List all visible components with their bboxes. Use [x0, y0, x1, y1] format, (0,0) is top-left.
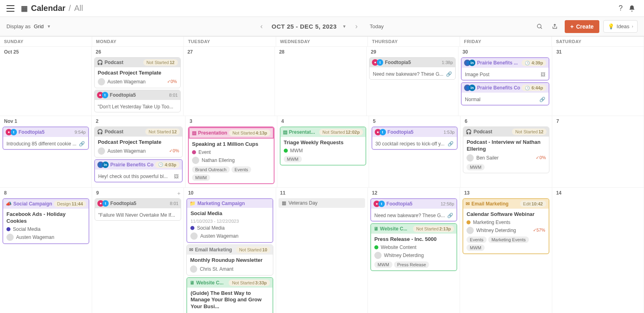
avatar	[98, 78, 105, 85]
day-cell[interactable]: 13✉Email MarketingEdit 10:42Calendar Sof…	[460, 188, 552, 313]
day-cell[interactable]: 14	[552, 188, 644, 313]
day-number: 31	[554, 48, 642, 56]
day-cell[interactable]: 6🎧PodcastNot Started 12Podcast - Intervi…	[460, 116, 552, 188]
calendar-card[interactable]: 📁Marketing CampaignSocial Media11/10/202…	[186, 198, 273, 243]
linkedin-icon: 👤in	[464, 85, 475, 91]
calendar-card[interactable]: 🎧PodcastNot Started 12Podcast Project Te…	[94, 57, 181, 88]
ideas-label: Ideas	[617, 23, 630, 29]
card-assignee: Ben Sailer✓0%	[466, 154, 546, 162]
card-body: "Failure Will Never Overtake Me If...	[95, 208, 181, 220]
tag: MWM	[466, 245, 485, 251]
tag: Events	[231, 166, 252, 173]
card-body: Press Release - Inc. 5000Website Content…	[371, 234, 456, 270]
create-button[interactable]: + Create	[565, 20, 599, 33]
tag: Press Release	[394, 261, 429, 268]
day-cell[interactable]: 26🎧PodcastNot Started 12Podcast Project …	[92, 47, 184, 116]
calendar-card[interactable]: ▤Presentat...Not Started 12:02pTriage We…	[280, 126, 366, 166]
tag: MWM	[284, 156, 302, 162]
calendar-card[interactable]: ●tFoodtopia512:58pNeed new bakeware? The…	[370, 198, 457, 222]
card-type: Podcast	[473, 129, 510, 135]
calendar-card[interactable]: ●tFoodtopia51:53p30 cocktail recipes to …	[372, 126, 458, 150]
card-body: Calendar Software WebinarMarketing Event…	[463, 209, 548, 253]
day-cell[interactable]: 30👤inPrairie Benefits ...🕒4:39pImage Pos…	[458, 47, 552, 116]
day-cell[interactable]: 4▤Presentat...Not Started 12:02pTriage W…	[277, 116, 369, 188]
social-icons: ●t	[97, 92, 108, 98]
status-pill: 🕒4:03p	[155, 162, 180, 168]
calendar-icon: ▦	[282, 200, 286, 206]
date-range[interactable]: OCT 25 - DEC 5, 2023	[272, 23, 337, 30]
card-type: Podcast	[105, 129, 144, 135]
help-icon[interactable]: ?	[615, 3, 626, 14]
progress-pct: ✓57%	[533, 228, 545, 233]
card-header: ●tFoodtopia51:38p	[369, 58, 455, 67]
day-number: 27	[185, 48, 273, 56]
day-cell[interactable]: 5●tFoodtopia51:53p30 cocktail recipes to…	[369, 116, 461, 188]
day-number: 29	[368, 48, 456, 56]
card-type: Website C...	[196, 280, 227, 286]
calendar-card[interactable]: ●tFoodtopia59:54pIntroducing 85 differen…	[2, 126, 89, 150]
day-cell[interactable]: 12●tFoodtopia512:58pNeed new bakeware? T…	[368, 188, 460, 313]
calendar-card[interactable]: 🖥Website C...Not Started 2:13pPress Rele…	[370, 223, 457, 271]
card-snippet: Introducing 85 different cookie ...🔗	[6, 141, 85, 147]
card-assignee: Austen Wageman	[6, 234, 85, 241]
calendar-card[interactable]: ●tFoodtopia58:01"Failure Will Never Over…	[95, 198, 181, 221]
day-cell[interactable]: 9+●tFoodtopia58:01"Failure Will Never Ov…	[92, 188, 184, 313]
card-title: Speaking at 1 Million Cups	[192, 141, 270, 148]
day-cell[interactable]: Oct 25	[0, 47, 92, 116]
card-title: Facebook Ads - Holiday Cookies	[6, 211, 85, 225]
chevron-down-icon[interactable]: ▼	[343, 24, 347, 29]
today-button[interactable]: Today	[366, 22, 387, 31]
prev-arrow[interactable]: ‹	[257, 21, 266, 32]
card-type: Foodtopia5	[19, 129, 73, 135]
calendar-card[interactable]: 🖥Website C...Not Started 3:33p(Guide) Th…	[186, 277, 273, 313]
day-cell[interactable]: 2🎧PodcastNot Started 12Podcast Project T…	[92, 116, 186, 188]
calendar-card[interactable]: 👤inPrairie Benefits ...🕒4:39pImage Post🖼	[461, 57, 549, 81]
calendar-card[interactable]: 👤inPrairie Benefits Co🕒4:03pHey! check o…	[94, 159, 183, 182]
day-cell[interactable]: 10📁Marketing CampaignSocial Media11/10/2…	[184, 188, 276, 313]
calendar-card[interactable]: ●tFoodtopia58:01"Don't Let Yesterday Tak…	[94, 90, 181, 112]
day-cell[interactable]: 27	[184, 47, 275, 116]
day-cell[interactable]: Nov 1●tFoodtopia59:54pIntroducing 85 dif…	[0, 116, 92, 188]
top-header: ▦ Calendar / All ?	[0, 0, 644, 17]
card-title: Podcast Project Template	[98, 139, 179, 146]
link-icon: 🔗	[539, 97, 545, 102]
notifications-icon[interactable]	[626, 3, 638, 14]
calendar-card[interactable]: 📣Social CampaignDesign 11:44Facebook Ads…	[2, 198, 89, 244]
ideas-button[interactable]: 💡 Ideas ›	[603, 20, 638, 33]
svg-line-1	[541, 27, 542, 29]
day-number: 2	[93, 118, 184, 125]
calendar-card[interactable]: 🎧PodcastNot Started 12Podcast - Intervie…	[463, 126, 549, 173]
display-as-selector[interactable]: Display as Grid ▼	[6, 23, 51, 29]
calendar-card[interactable]: ▤PresentationNot Started 4:13pSpeaking a…	[188, 126, 275, 184]
tag: Marketing Events	[488, 236, 529, 243]
card-snippet: Hey! check out this powerful bl...🖼	[98, 174, 179, 179]
share-icon[interactable]	[549, 21, 561, 32]
day-cell[interactable]: 7	[552, 116, 644, 188]
card-snippet: Need new bakeware? These G...🔗	[373, 71, 452, 77]
card-body: Podcast Project TemplateAusten Wageman✓0…	[95, 67, 180, 88]
hamburger-menu[interactable]	[6, 5, 14, 12]
day-cell[interactable]: 8📣Social CampaignDesign 11:44Facebook Ad…	[0, 188, 92, 313]
calendar-card[interactable]: 👤inPrairie Benefits Co🕒6:44pNormal🔗	[461, 82, 549, 106]
card-header: 🎧PodcastNot Started 12	[463, 127, 549, 137]
calendar-card[interactable]: ●tFoodtopia51:38pNeed new bakeware? Thes…	[369, 57, 456, 80]
calendar-card[interactable]: ✉Email MarketingEdit 10:42Calendar Softw…	[462, 198, 549, 254]
calendar-card[interactable]: ✉Email MarketingNot Started 10Monthly Ro…	[186, 245, 273, 276]
day-cell[interactable]: 11▦Veterans Day	[276, 188, 368, 313]
next-arrow[interactable]: ›	[352, 21, 361, 32]
card-body: Speaking at 1 Million CupsEventNathan El…	[189, 139, 274, 183]
day-header: SATURDAY	[552, 37, 644, 47]
day-cell[interactable]: 28	[275, 47, 367, 116]
add-item-icon[interactable]: +	[177, 190, 180, 197]
tag: MWM	[374, 261, 392, 268]
calendar-card[interactable]: 🎧PodcastNot Started 12Podcast Project Te…	[94, 126, 183, 158]
day-cell[interactable]: 29●tFoodtopia51:38pNeed new bakeware? Th…	[367, 47, 458, 116]
search-icon[interactable]	[534, 21, 545, 32]
day-cell[interactable]: 31	[552, 47, 644, 116]
day-number: Oct 25	[2, 48, 90, 56]
link-icon: 🔗	[448, 141, 454, 147]
social-icons: ●t	[372, 59, 383, 66]
card-time: 1:53p	[444, 130, 455, 135]
day-cell[interactable]: 3▤PresentationNot Started 4:13pSpeaking …	[186, 116, 277, 188]
status-pill: 🕒4:39p	[522, 60, 546, 66]
